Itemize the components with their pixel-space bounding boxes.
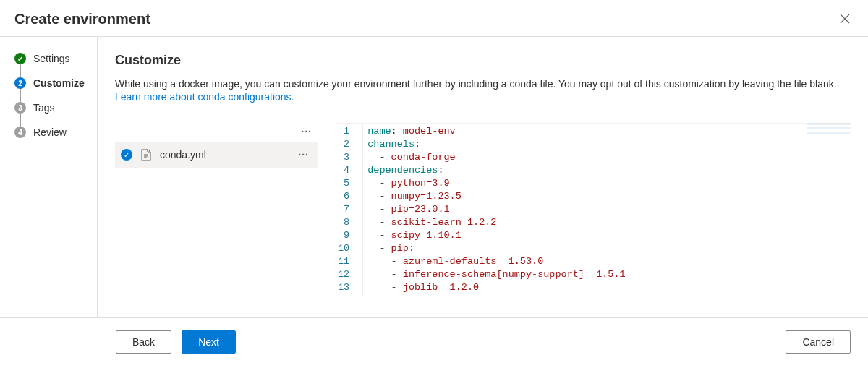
learn-more-link[interactable]: Learn more about conda configurations. bbox=[115, 91, 294, 103]
page-title: Customize bbox=[115, 53, 851, 68]
line-numbers: 12345678910111213 bbox=[335, 124, 362, 296]
editor-minimap[interactable] bbox=[807, 123, 851, 147]
step-connector bbox=[20, 89, 21, 102]
dialog-title: Create environment bbox=[14, 11, 150, 27]
step-tags[interactable]: 3 Tags bbox=[14, 102, 97, 114]
cancel-button[interactable]: Cancel bbox=[786, 330, 851, 354]
step-number-icon: 2 bbox=[14, 77, 26, 89]
step-connector bbox=[20, 114, 21, 127]
main-panel: Customize While using a docker image, yo… bbox=[98, 37, 868, 317]
step-label: Customize bbox=[33, 77, 85, 89]
file-list: ··· ✓ conda.yml ··· bbox=[115, 123, 318, 168]
dialog-header: Create environment bbox=[0, 0, 868, 37]
code-content[interactable]: name: model-envchannels: - conda-forgede… bbox=[362, 124, 625, 296]
code-editor[interactable]: 12345678910111213 name: model-envchannel… bbox=[335, 123, 851, 296]
step-label: Tags bbox=[33, 102, 55, 114]
close-icon bbox=[840, 14, 850, 24]
page-description: While using a docker image, you can cust… bbox=[115, 78, 851, 90]
footer: Back Next Cancel bbox=[0, 317, 868, 365]
step-label: Settings bbox=[33, 53, 70, 64]
step-number-icon: 4 bbox=[14, 127, 26, 138]
next-button[interactable]: Next bbox=[182, 330, 236, 354]
step-connector bbox=[20, 64, 21, 77]
check-icon: ✓ bbox=[14, 53, 26, 64]
file-list-more-button[interactable]: ··· bbox=[298, 126, 315, 137]
step-label: Review bbox=[33, 127, 67, 138]
selected-check-icon: ✓ bbox=[121, 149, 132, 161]
file-item-conda[interactable]: ✓ conda.yml ··· bbox=[115, 142, 318, 168]
step-settings[interactable]: ✓ Settings bbox=[14, 53, 97, 64]
close-button[interactable] bbox=[836, 10, 854, 27]
file-item-more-button[interactable]: ··· bbox=[295, 149, 312, 161]
step-customize[interactable]: 2 Customize bbox=[14, 77, 97, 89]
file-name: conda.yml bbox=[160, 149, 286, 161]
wizard-steps: ✓ Settings 2 Customize 3 Tags 4 Review bbox=[0, 37, 98, 317]
back-button[interactable]: Back bbox=[116, 330, 171, 354]
step-review[interactable]: 4 Review bbox=[14, 127, 97, 138]
file-icon bbox=[141, 149, 151, 161]
step-number-icon: 3 bbox=[14, 102, 26, 114]
